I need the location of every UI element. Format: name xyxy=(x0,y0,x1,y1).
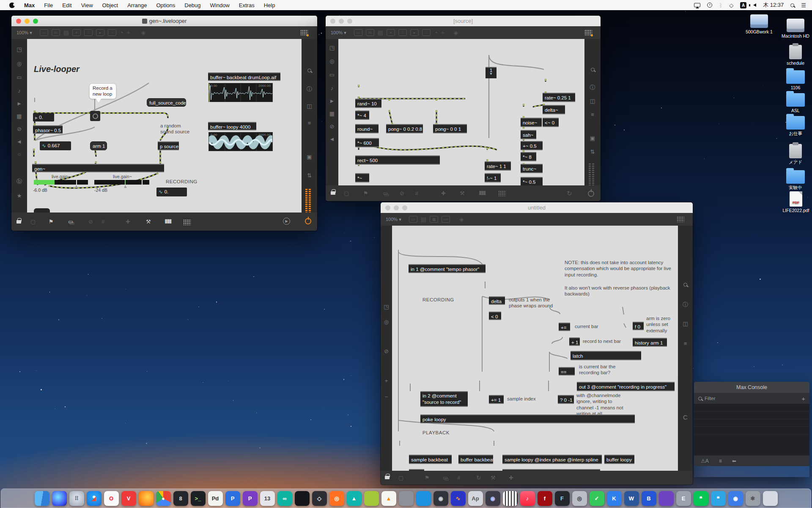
mixer-icon[interactable]: ⇅ xyxy=(307,173,312,178)
menu-extras[interactable]: Extras xyxy=(239,2,255,8)
desktop-icon-life2022-pdf[interactable]: LIFE2022.pdf xyxy=(781,191,811,213)
zoom-selector[interactable]: 100% ▾ xyxy=(331,30,346,36)
toggle-icon[interactable]: × xyxy=(72,29,81,36)
object-p-source[interactable]: p source xyxy=(158,141,179,150)
split-view-icon[interactable]: ◫ xyxy=(683,321,688,326)
object-buffer-backbeat[interactable]: buffer~ backbeat drumLoop.aif xyxy=(208,72,280,81)
close-button[interactable] xyxy=(385,205,390,210)
dock-icon-puredata[interactable]: Pd xyxy=(208,491,223,506)
inspector-icon[interactable]: ◎ xyxy=(17,61,22,66)
circle-icon[interactable]: ○ xyxy=(18,152,21,157)
desktop-icon-meado[interactable]: メアド xyxy=(781,144,810,165)
dock-icon-max[interactable]: ◉ xyxy=(486,491,500,506)
menu-debug[interactable]: Debug xyxy=(184,2,200,8)
dock-icon-firefox[interactable] xyxy=(139,491,154,506)
object-mul8[interactable]: *~ 8 xyxy=(521,152,536,161)
attach-icon[interactable]: ✚ xyxy=(441,190,446,196)
piano-roll-icon[interactable]: ▮▮▮ xyxy=(479,189,485,196)
gen-in1[interactable]: in 1 @comment "tempo phasor" xyxy=(409,264,486,273)
zoom-button[interactable] xyxy=(33,19,38,24)
close-button[interactable] xyxy=(16,19,21,24)
console-log-area[interactable] xyxy=(694,404,809,456)
desktop-icon-oshigoto[interactable]: お仕事 xyxy=(781,113,810,136)
paint-bucket-icon[interactable]: ◈ xyxy=(141,29,146,36)
number-box[interactable]: ▶0. xyxy=(33,113,54,121)
media-icon[interactable]: ▦ xyxy=(16,113,22,119)
list-icon[interactable]: ≡ xyxy=(719,458,722,464)
dial-icon[interactable]: ◔ xyxy=(434,29,437,36)
snippets-icon[interactable]: ► xyxy=(16,101,22,106)
comment-icon[interactable]: ▤ xyxy=(378,29,383,36)
message-icon[interactable]: ▸ xyxy=(96,29,104,36)
object-add05[interactable]: +~ 0.5 xyxy=(521,141,543,150)
dock-icon-messages[interactable]: ❝ xyxy=(711,491,726,506)
dock-icon-camera[interactable]: ◎ xyxy=(572,491,587,506)
object-icon[interactable]: m xyxy=(52,29,60,36)
gen-poke[interactable]: poke loopy xyxy=(420,414,635,423)
grid-snap-icon[interactable]: # xyxy=(457,475,460,481)
wrench-icon[interactable]: ⚒ xyxy=(491,475,496,481)
gen-history[interactable]: history arm 1 xyxy=(633,338,667,347)
dock-icon-app-blue-p[interactable]: P xyxy=(225,491,240,506)
object-noise[interactable]: noise~ xyxy=(521,118,542,127)
object-explorer-icon[interactable]: ◳ xyxy=(384,304,389,309)
inspector-icon[interactable]: ◎ xyxy=(384,319,389,325)
snippets-icon[interactable]: ► xyxy=(329,98,335,104)
dock-icon-audacity[interactable]: ∿ xyxy=(451,491,466,506)
dock-icon-safari[interactable]: ◢ xyxy=(87,491,102,506)
grid-icon[interactable] xyxy=(300,30,308,36)
message-full-source-code[interactable]: full_source_code xyxy=(147,98,186,107)
desktop-icon-macintosh-hd[interactable]: Macintosh HD xyxy=(781,19,810,39)
dock-icon-vivaldi[interactable]: V xyxy=(121,491,136,506)
grid-snap-icon[interactable]: # xyxy=(415,190,418,196)
gen-accum[interactable]: += xyxy=(559,323,570,331)
object-rect[interactable]: rect~ 500 xyxy=(355,155,440,165)
presentation-icon[interactable]: ⚑ xyxy=(49,218,54,225)
patcher-view-icon[interactable]: ▭ xyxy=(40,29,48,36)
grid-icon[interactable] xyxy=(584,30,592,36)
object-delta[interactable]: delta~ xyxy=(543,105,565,114)
gen-sample-backbeat[interactable]: sample backbeat xyxy=(409,455,452,464)
dock-icon-app-purple[interactable] xyxy=(659,491,674,506)
menu-edit[interactable]: Edit xyxy=(62,2,71,8)
volume-icon[interactable] xyxy=(753,3,756,7)
wrench-icon[interactable]: ⚒ xyxy=(146,218,151,225)
lock-icon[interactable] xyxy=(331,191,335,195)
search-icon[interactable] xyxy=(683,283,687,287)
media-icon[interactable]: ▦ xyxy=(329,111,335,116)
info-icon[interactable]: ⓘ xyxy=(683,302,688,307)
live-gain-slider-1[interactable] xyxy=(34,180,88,185)
presentation-icon[interactable]: ⚑ xyxy=(363,190,368,196)
gen-sample-loopy[interactable]: sample loopy @index phase @interp spline xyxy=(502,455,602,464)
compile-icon[interactable]: C xyxy=(683,414,688,420)
toggle-icon[interactable]: × xyxy=(387,29,395,36)
attachments-icon[interactable]: ⊘ xyxy=(17,126,22,132)
dock-icon-app-purple-p[interactable]: P xyxy=(243,491,258,506)
patcher-view-icon[interactable]: ▭ xyxy=(354,29,362,36)
dock-icon-opera[interactable]: O xyxy=(104,491,119,506)
paint-bucket-icon[interactable]: ◈ xyxy=(459,216,464,223)
grid-icon[interactable] xyxy=(677,216,684,222)
list-icon[interactable]: ≡ xyxy=(308,120,311,126)
grid-snap-icon[interactable]: # xyxy=(102,218,104,225)
menu-view[interactable]: View xyxy=(81,2,93,8)
select-icon[interactable]: ▢ xyxy=(30,218,36,225)
gen-latch[interactable]: latch xyxy=(571,351,641,360)
desktop-icon-drive-ext[interactable]: 500GBwork 1 xyxy=(744,14,774,35)
minimize-button[interactable] xyxy=(394,205,399,210)
zoom-button[interactable] xyxy=(347,19,352,24)
dock-icon-app-green-check[interactable]: ✓ xyxy=(590,491,604,506)
keyboard-icon[interactable] xyxy=(183,219,191,225)
gen-in2[interactable]: in 2 @comment "source to record" xyxy=(420,391,468,407)
list-icon[interactable]: ≡ xyxy=(684,341,687,346)
info-icon[interactable]: ⓘ xyxy=(307,86,312,92)
minimize-button[interactable] xyxy=(339,19,344,24)
keyboard-icon[interactable] xyxy=(498,190,506,196)
object-lt0[interactable]: <~ 0 xyxy=(543,118,559,127)
codebox-icon[interactable]: code xyxy=(442,216,450,223)
beap-icon[interactable]: ⓑ xyxy=(16,179,22,184)
object-round[interactable]: round~ xyxy=(355,124,379,133)
zoom-selector[interactable]: 100% ▾ xyxy=(386,217,401,222)
lock-icon[interactable] xyxy=(385,476,390,479)
menu-object[interactable]: Object xyxy=(102,2,118,8)
